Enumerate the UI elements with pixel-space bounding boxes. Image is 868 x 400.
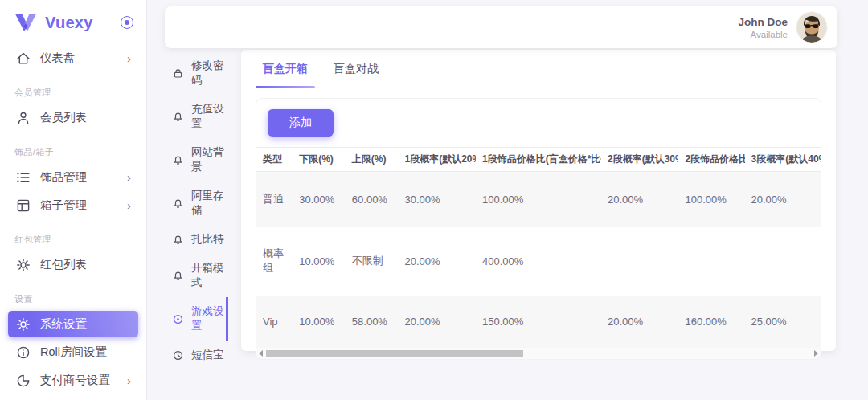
home-icon <box>15 51 31 67</box>
sidebar-item-dashboard[interactable]: 仪表盘 › <box>8 45 138 71</box>
sidebar-item-redpacket-list[interactable]: 红包列表 <box>8 251 138 278</box>
gear-icon <box>15 257 31 273</box>
cell-value: 60.00% <box>346 172 399 227</box>
sidebar-item-system-settings[interactable]: 系统设置 <box>8 311 138 337</box>
submenu-item-label: 游戏设置 <box>191 304 226 333</box>
menu-pin-toggle-icon[interactable] <box>121 16 133 29</box>
sidebar-item-label: 饰品管理 <box>40 169 87 185</box>
bell-icon <box>172 198 184 210</box>
top-header-bar: John Doe Available <box>165 6 837 48</box>
cell-value: 20.00% <box>399 227 476 296</box>
cell-value <box>745 227 821 296</box>
scrollbar-track[interactable] <box>265 350 812 357</box>
table-card: 添加 类型 下限(%) 上限(%) 1段概率(默认20%) 1段饰品价格比(盲盒… <box>256 98 821 360</box>
submenu-item-label: 开箱模式 <box>191 261 228 290</box>
col-seg3-rate: 3段概率(默认40%) <box>745 148 821 172</box>
submenu-item-label: 阿里存储 <box>191 189 228 218</box>
submenu-item-unbox-mode[interactable]: 开箱模式 <box>147 254 228 297</box>
cell-value: 20.00% <box>601 172 678 227</box>
col-type: 类型 <box>256 148 293 172</box>
chevron-right-icon: › <box>127 171 131 183</box>
user-name: John Doe <box>738 16 788 28</box>
add-button[interactable]: 添加 <box>268 109 334 137</box>
submenu-item-change-password[interactable]: 修改密码 <box>147 51 228 95</box>
sidebar-item-member-list[interactable]: 会员列表 <box>8 104 138 131</box>
cell-value <box>601 227 678 296</box>
cell-value: 400.00% <box>476 227 601 296</box>
sidebar-item-box-management[interactable]: 箱子管理 › <box>8 192 138 218</box>
col-upper-limit: 上限(%) <box>346 148 399 172</box>
table-row: 普通 30.00% 60.00% 30.00% 100.00% 20.00% 1… <box>256 172 821 227</box>
sidebar-item-roll-room-settings[interactable]: Roll房间设置 <box>8 339 138 365</box>
sidebar-item-label: 系统设置 <box>40 316 87 332</box>
tab-bar: 盲盒开箱 盲盒对战 <box>241 50 836 88</box>
user-status: Available <box>738 30 788 39</box>
tab-divider <box>399 50 399 88</box>
user-avatar[interactable] <box>796 12 827 43</box>
vuexy-logo-icon <box>14 13 37 32</box>
box-layout-icon <box>15 198 31 214</box>
chevron-right-icon: › <box>127 52 131 64</box>
submenu-item-label: 修改密码 <box>191 59 228 88</box>
user-icon <box>15 110 31 126</box>
sidebar-item-label: 支付商号设置 <box>40 373 110 388</box>
submenu-item-label: 网站背景 <box>191 145 228 174</box>
chevron-right-icon: › <box>127 374 131 386</box>
col-seg2-price-ratio: 2段饰品价格比 <box>678 148 744 172</box>
submenu-item-site-background[interactable]: 网站背景 <box>147 138 228 182</box>
sidebar-item-item-management[interactable]: 饰品管理 › <box>8 164 138 190</box>
table-header-row: 类型 下限(%) 上限(%) 1段概率(默认20%) 1段饰品价格比(盲盒价格*… <box>256 148 821 172</box>
cell-value: 20.00% <box>745 172 821 227</box>
submenu-item-game-settings[interactable]: 游戏设置 <box>147 297 228 341</box>
table-row: Vip 10.00% 58.00% 20.00% 150.00% 20.00% … <box>256 296 821 348</box>
submenu-item-label: 扎比特 <box>191 232 224 247</box>
sidebar-item-payment-merchant-settings[interactable]: 支付商号设置 › <box>8 367 138 394</box>
sidebar-item-label: 仪表盘 <box>40 51 76 66</box>
cell-value: 20.00% <box>601 296 678 348</box>
cell-value: 10.00% <box>293 296 346 348</box>
sidebar-nav: 仪表盘 › 会员管理 会员列表 饰品/箱子 饰品管理 › 箱子管理 › 红包管理 <box>0 45 146 400</box>
user-menu[interactable]: John Doe Available <box>738 16 788 39</box>
submenu-item-label: 短信宝 <box>191 348 224 362</box>
brand-name: Vuexy <box>45 14 93 32</box>
main-sidebar: Vuexy 仪表盘 › 会员管理 会员列表 饰品/箱子 饰品管理 › <box>0 0 147 400</box>
col-seg1-rate: 1段概率(默认20%) <box>399 148 476 172</box>
cell-value: 20.00% <box>399 296 476 348</box>
tab-blindbox-unbox[interactable]: 盲盒开箱 <box>256 50 315 88</box>
logo-row: Vuexy <box>0 0 146 40</box>
cell-value: 100.00% <box>476 172 601 227</box>
scroll-right-arrow-icon[interactable] <box>814 350 818 357</box>
bell-icon <box>172 234 184 246</box>
col-seg2-rate: 2段概率(默认30%) <box>601 148 678 172</box>
content-card: 盲盒开箱 盲盒对战 添加 类型 下限(%) 上限(%) 1段概率(默认20%) … <box>241 50 836 351</box>
lock-icon <box>172 67 184 80</box>
cell-type: Vip <box>256 296 293 348</box>
submenu-item-recharge-settings[interactable]: 充值设置 <box>147 95 228 138</box>
submenu-item-sms-treasure[interactable]: 短信宝 <box>147 341 228 369</box>
bell-icon <box>172 111 184 123</box>
submenu-item-ali-storage[interactable]: 阿里存储 <box>147 182 228 225</box>
scroll-left-arrow-icon[interactable] <box>259 350 263 357</box>
col-seg1-price-ratio: 1段饰品价格比(盲盒价格*比例) <box>476 148 601 172</box>
section-settings: 设置 <box>14 293 132 305</box>
target-circle-icon <box>172 313 184 325</box>
cell-value: 30.00% <box>293 172 346 227</box>
section-items-boxes: 饰品/箱子 <box>14 146 132 158</box>
cell-value: 160.00% <box>678 296 744 348</box>
cell-value: 30.00% <box>399 172 476 227</box>
settings-submenu: 修改密码 充值设置 网站背景 阿里存储 扎比特 开箱模式 游戏设置 <box>147 51 228 369</box>
pie-chart-icon <box>15 373 31 389</box>
sidebar-item-label: 红包列表 <box>40 257 87 272</box>
scrollbar-thumb[interactable] <box>266 350 523 357</box>
bell-icon <box>172 154 184 166</box>
gear-icon <box>15 316 31 333</box>
tab-blindbox-battle[interactable]: 盲盒对战 <box>326 50 386 88</box>
sidebar-item-label: 箱子管理 <box>40 198 87 213</box>
sidebar-item-label: 会员列表 <box>40 110 87 125</box>
submenu-item-label: 充值设置 <box>191 102 228 131</box>
submenu-item-zhabite[interactable]: 扎比特 <box>147 225 228 254</box>
table-toolbar: 添加 <box>256 99 821 147</box>
cell-value: 150.00% <box>476 296 601 348</box>
list-icon <box>15 169 31 186</box>
section-redpacket: 红包管理 <box>14 234 132 246</box>
